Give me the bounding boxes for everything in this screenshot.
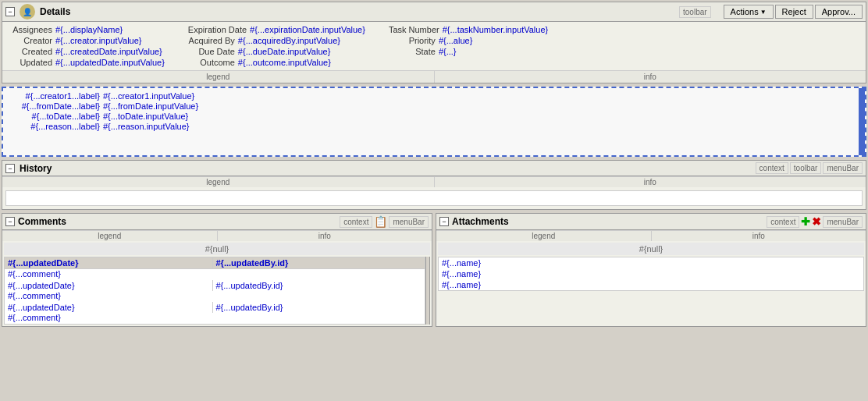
history-footer-legend: legend xyxy=(2,177,435,187)
created-label: Created xyxy=(5,47,52,56)
history-menu-label: menuBar xyxy=(823,162,863,174)
middle-to-label: #{...toDate...label} xyxy=(6,112,100,121)
table-row: #{...updatedDate} #{...updatedBy.id} xyxy=(5,280,425,291)
assignees-row: Assignees #{...displayName} xyxy=(5,25,165,34)
comment-date-2: #{...updatedDate} xyxy=(5,280,213,291)
comments-footer-info: info xyxy=(218,231,432,241)
priority-value: #{...alue} xyxy=(439,36,472,45)
history-toolbar-area: context toolbar menuBar xyxy=(756,162,863,174)
details-col-middle: Expiration Date #{...expirationDate.inpu… xyxy=(188,25,365,67)
middle-to-value: #{...toDate.inputValue} xyxy=(103,112,188,121)
middle-from-value: #{...fromDate.inputValue} xyxy=(103,101,198,111)
middle-reason-value: #{...reason.inputValue} xyxy=(103,122,190,131)
attachments-add-icon[interactable]: ✚ xyxy=(801,215,810,228)
actions-area: Actions Reject Approv... xyxy=(724,5,863,19)
attachments-table: #{...name} #{...name} #{...name} xyxy=(438,257,864,291)
attachments-footer: legend info xyxy=(436,230,866,241)
history-panel: − History context toolbar menuBar legend… xyxy=(2,160,866,210)
attachments-remove-icon[interactable]: ✖ xyxy=(812,215,821,228)
comments-footer-legend: legend xyxy=(2,231,218,241)
comments-context-label: context xyxy=(340,216,372,228)
comment-date-3: #{...updatedDate} xyxy=(5,302,213,313)
assignees-value: #{...displayName} xyxy=(55,25,123,34)
approve-button[interactable]: Approv... xyxy=(815,5,863,19)
updated-value: #{...updatedDate.inputValue} xyxy=(55,58,165,67)
expiration-row: Expiration Date #{...expirationDate.inpu… xyxy=(188,25,365,34)
state-label: State xyxy=(389,47,436,56)
attachment-item-3[interactable]: #{...name} xyxy=(439,279,864,291)
attachments-title: Attachments xyxy=(452,216,509,227)
attachments-toolbar-area: context ✚ ✖ menuBar xyxy=(767,215,863,228)
task-label: Task Number xyxy=(389,25,439,34)
details-title: Details xyxy=(40,6,70,17)
middle-reason-row: #{...reason...label} #{...reason.inputVa… xyxy=(6,122,862,131)
history-collapse-btn[interactable]: − xyxy=(5,164,15,173)
acquired-label: Acquired By xyxy=(188,36,235,45)
table-row: #{...comment} xyxy=(5,313,425,325)
comments-note-icon[interactable]: 📋 xyxy=(374,215,387,228)
comments-col-by: #{...updatedBy.id} xyxy=(212,257,425,269)
details-toolbar-label: toolbar xyxy=(679,6,711,18)
table-row: #{...updatedDate} #{...updatedBy.id} xyxy=(5,257,425,269)
details-header: − 👤 Details toolbar Actions Reject Appro… xyxy=(2,2,866,22)
attachments-collapse-btn[interactable]: − xyxy=(439,217,449,226)
comments-collapse-btn[interactable]: − xyxy=(5,217,15,226)
priority-label: Priority xyxy=(389,36,436,45)
comments-toolbar-area: context 📋 menuBar xyxy=(340,215,429,228)
attachments-panel: − Attachments context ✚ ✖ menuBar legend… xyxy=(436,213,866,327)
details-footer-legend: legend xyxy=(2,71,435,83)
comments-footer: legend info xyxy=(2,230,432,241)
middle-to-row: #{...toDate...label} #{...toDate.inputVa… xyxy=(6,112,862,121)
details-panel: − 👤 Details toolbar Actions Reject Appro… xyxy=(2,2,866,83)
details-body: Assignees #{...displayName} Creator #{..… xyxy=(2,22,866,70)
middle-creator1-row: #{...creator1...label} #{...creator1.inp… xyxy=(6,91,862,101)
table-row: #{...updatedDate} #{...updatedBy.id} xyxy=(5,302,425,313)
expiration-label: Expiration Date xyxy=(188,25,247,34)
outcome-row: Outcome #{...outcome.inputValue} xyxy=(188,58,365,67)
reject-button[interactable]: Reject xyxy=(775,5,813,19)
comment-by-2: #{...updatedBy.id} xyxy=(212,280,425,291)
table-row: #{...comment} xyxy=(5,269,425,281)
attachments-footer-info: info xyxy=(652,231,866,241)
table-row: #{...comment} xyxy=(5,291,425,302)
creator-row: Creator #{...creator.inputValue} xyxy=(5,36,165,45)
details-footer: legend info xyxy=(2,70,866,83)
task-value: #{...taskNumber.inputValue} xyxy=(443,25,549,34)
comments-body-inner: #{...updatedDate} #{...updatedBy.id} #{.… xyxy=(4,257,425,325)
details-col-right: Task Number #{...taskNumber.inputValue} … xyxy=(389,25,548,67)
middle-from-row: #{...fromDate...label} #{...fromDate.inp… xyxy=(6,101,862,111)
comments-col-date: #{...updatedDate} xyxy=(5,257,213,269)
history-header: − History context toolbar menuBar xyxy=(2,161,866,176)
attachments-null-row: #{null} xyxy=(438,243,864,255)
bottom-row: − Comments context 📋 menuBar legend info… xyxy=(2,213,866,327)
comments-scrollbar[interactable] xyxy=(425,257,430,325)
creator-label: Creator xyxy=(5,36,52,45)
attachments-context-label: context xyxy=(767,216,799,228)
due-value: #{...dueDate.inputValue} xyxy=(238,47,330,56)
comments-header: − Comments context 📋 menuBar xyxy=(2,214,432,230)
updated-label: Updated xyxy=(5,58,52,67)
assignees-label: Assignees xyxy=(5,25,52,34)
comments-menu-label: menuBar xyxy=(389,216,429,228)
middle-section: #{...creator1...label} #{...creator1.inp… xyxy=(2,87,866,157)
comment-text-1: #{...comment} xyxy=(5,269,425,281)
main-container: − 👤 Details toolbar Actions Reject Appro… xyxy=(0,0,868,328)
comments-body: #{null} #{...updatedDate} #{...updatedBy… xyxy=(2,241,432,326)
comment-by-3: #{...updatedBy.id} xyxy=(212,302,425,313)
created-value: #{...createdDate.inputValue} xyxy=(55,47,162,56)
details-collapse-btn[interactable]: − xyxy=(5,7,15,16)
history-footer: legend info xyxy=(2,176,866,187)
attachment-item-2[interactable]: #{...name} xyxy=(439,268,864,279)
priority-row: Priority #{...alue} xyxy=(389,36,548,45)
table-row: #{...name} xyxy=(439,268,864,279)
task-row: Task Number #{...taskNumber.inputValue} xyxy=(389,25,548,34)
history-content-area xyxy=(5,190,863,206)
comments-title: Comments xyxy=(18,216,66,227)
state-value: #{...} xyxy=(439,47,457,56)
middle-right-indicator xyxy=(859,88,865,155)
created-row: Created #{...createdDate.inputValue} xyxy=(5,47,165,56)
details-col-left: Assignees #{...displayName} Creator #{..… xyxy=(5,25,165,67)
attachment-item-1[interactable]: #{...name} xyxy=(439,257,864,269)
outcome-label: Outcome xyxy=(188,58,235,67)
actions-button[interactable]: Actions xyxy=(724,5,774,19)
